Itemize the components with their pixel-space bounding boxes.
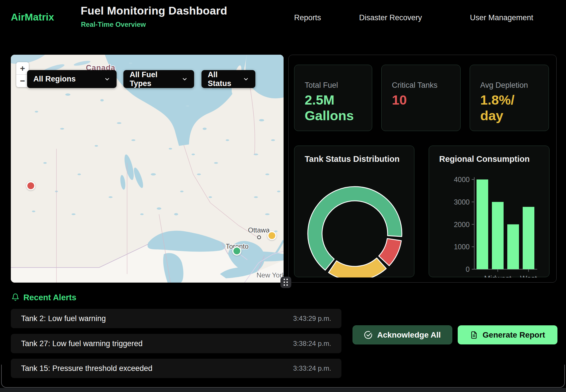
svg-text:1000: 1000 [454,243,470,251]
alert-row[interactable]: Tank 2: Low fuel warning 3:43:29 p.m. [11,309,341,328]
generate-report-label: Generate Report [482,330,545,340]
map-label-ottawa: Ottawa [248,226,270,234]
footer-strip [0,388,566,392]
region-filter-dropdown[interactable]: All Regions [27,70,117,88]
nav-disaster-recovery[interactable]: Disaster Recovery [359,13,422,22]
app-logo: AirMatrix [11,11,54,23]
chart-title: Tank Status Distribution [305,154,400,164]
alert-row[interactable]: Tank 15: Pressure threshold exceeded 3:3… [11,359,341,378]
stat-value: 1.8%/ day [480,92,540,124]
region-filter-label: All Regions [33,75,76,83]
bell-icon [11,293,19,303]
fuel-type-filter-dropdown[interactable]: All Fuel Types [123,70,194,88]
nav-reports[interactable]: Reports [294,13,321,22]
acknowledge-all-button[interactable]: Acknowledge All [353,325,452,344]
status-filter-dropdown[interactable]: All Status [201,70,255,88]
stat-label: Total Fuel [305,81,372,90]
alert-text: Tank 15: Pressure threshold exceeded [21,364,152,373]
acknowledge-all-label: Acknowledge All [377,330,441,340]
stat-value: 10 [392,92,452,108]
stat-card-avg-depletion: Avg Depletion 1.8%/ day [470,65,549,131]
header: AirMatrix Fuel Monitoring Dashboard Real… [0,0,566,36]
file-text-icon [470,331,478,339]
chevron-down-icon [104,76,110,82]
bar-chart: 01000200030004000MidwestWest [429,146,550,277]
page-subtitle: Real-Time Overview [81,21,146,28]
alert-row[interactable]: Tank 27: Low fuel warning triggered 3:38… [11,334,341,353]
svg-text:0: 0 [466,265,470,273]
tank-marker-normal[interactable] [232,246,241,256]
nav-user-management[interactable]: User Management [470,13,533,22]
alert-text: Tank 27: Low fuel warning triggered [21,339,142,348]
chevron-down-icon [182,76,188,82]
fuel-type-filter-label: All Fuel Types [130,70,176,88]
tank-marker-warning[interactable] [267,231,276,240]
chevron-down-icon [243,76,249,82]
stat-label: Avg Depletion [480,81,549,90]
check-circle-icon [364,331,372,339]
chart-title: Regional Consumption [439,154,530,164]
tank-status-distribution-card: Tank Status Distribution [294,146,414,277]
regional-consumption-card: 01000200030004000MidwestWest Regional Co… [429,146,549,277]
stat-card-total-fuel: Total Fuel 2.5M Gallons [294,65,372,131]
stat-label: Critical Tanks [392,81,460,90]
stat-card-critical-tanks: Critical Tanks 10 [381,65,461,131]
alert-text: Tank 2: Low fuel warning [21,314,106,323]
alert-time: 3:43:29 p.m. [293,315,331,322]
map-label-new-york: New York [256,271,284,279]
status-filter-label: All Status [208,70,238,88]
resize-handle[interactable] [280,277,291,288]
stats-panel: Total Fuel 2.5M Gallons Critical Tanks 1… [288,55,557,283]
donut-chart [294,146,415,277]
alerts-heading: Recent Alerts [23,293,76,302]
svg-text:3000: 3000 [454,198,470,206]
tank-marker-critical[interactable] [26,181,35,190]
stat-value: 2.5M Gallons [305,92,365,124]
alert-time: 3:33:24 p.m. [293,364,331,372]
svg-text:Midwest: Midwest [484,274,512,277]
map-canvas: Canada Ottawa Toronto New York [11,55,284,283]
svg-text:4000: 4000 [454,175,470,183]
page-title: Fuel Monitoring Dashboard [81,5,227,17]
alert-time: 3:38:24 p.m. [293,340,331,348]
svg-text:West: West [520,274,537,277]
map[interactable]: Canada Ottawa Toronto New York + − All R… [11,55,284,283]
svg-text:2000: 2000 [454,220,470,228]
ottawa-town-dot [258,236,261,239]
generate-report-button[interactable]: Generate Report [458,325,557,344]
